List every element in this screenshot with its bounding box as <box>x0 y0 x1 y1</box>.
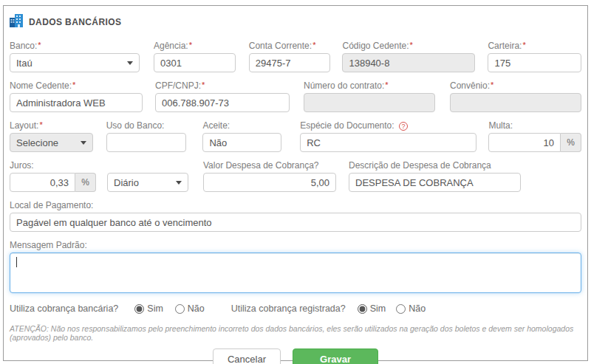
layout-label: Layout:* <box>10 120 93 131</box>
form-row-2: Nome Cedente:* CPF/CNPJ:* Número do cont… <box>8 80 583 112</box>
nome-cedente-label: Nome Cedente:* <box>10 80 143 91</box>
cobranca-bancaria-sim[interactable]: Sim <box>134 303 163 314</box>
field-mensagem-padrao: Mensagem Padrão: <box>10 240 581 293</box>
field-banco: Banco:* Itaú <box>10 41 140 72</box>
required-asterisk: * <box>312 41 315 49</box>
field-multa: Multa: % <box>488 120 581 152</box>
banco-select[interactable]: Itaú <box>10 53 140 72</box>
carteira-input[interactable] <box>488 53 581 72</box>
action-buttons: Cancelar Gravar <box>8 348 583 364</box>
aceite-input[interactable] <box>202 133 281 152</box>
required-asterisk: * <box>410 41 413 49</box>
mensagem-padrao-label: Mensagem Padrão: <box>10 240 581 250</box>
layout-select[interactable]: Selecione <box>10 133 93 152</box>
help-icon[interactable]: ? <box>399 122 408 131</box>
juros-periodo-label <box>107 160 188 171</box>
field-valor-despesa: Valor Despesa de Cobrança? <box>203 160 336 192</box>
uso-banco-label: Uso do Banco: <box>106 120 187 131</box>
required-asterisk: * <box>522 41 525 49</box>
conta-corrente-label: Conta Corrente:* <box>249 41 331 51</box>
codigo-cedente-label: Código Cedente:* <box>342 41 475 51</box>
field-local-pagamento: Local de Pagamento: <box>10 200 581 232</box>
multa-input-group: % <box>488 133 581 152</box>
cobranca-bancaria-question: Utiliza cobrança bancária? <box>10 303 118 314</box>
field-agencia: Agência:* <box>154 41 236 72</box>
field-aceite: Aceite: <box>202 120 281 152</box>
cobranca-registrada-nao[interactable]: Não <box>396 303 426 314</box>
multa-label: Multa: <box>488 120 581 131</box>
banco-selected-value: Itaú <box>16 58 33 69</box>
field-uso-banco: Uso do Banco: <box>106 120 187 152</box>
cobranca-bancaria-sim-radio[interactable] <box>134 304 144 314</box>
required-asterisk: * <box>39 120 42 129</box>
cpf-cnpj-label: CPF/CNPJ:* <box>155 80 290 91</box>
valor-despesa-input[interactable] <box>203 173 336 192</box>
field-especie-documento: Espécie do Documento: ? <box>300 120 476 152</box>
especie-documento-label: Espécie do Documento: ? <box>300 120 476 131</box>
juros-input-group: % <box>10 173 96 192</box>
uso-banco-input[interactable] <box>106 133 187 152</box>
chevron-down-icon <box>176 181 182 185</box>
cobranca-bancaria-nao-radio[interactable] <box>175 304 185 314</box>
convenio-input <box>450 93 581 112</box>
field-conta-corrente: Conta Corrente:* <box>249 41 331 72</box>
field-numero-contrato: Número do contrato:* <box>304 80 435 112</box>
buildings-icon <box>10 14 24 30</box>
cobranca-registrada-sim[interactable]: Sim <box>358 303 386 314</box>
required-asterisk: * <box>72 80 75 89</box>
conta-corrente-input[interactable] <box>249 53 331 72</box>
bank-data-panel: DADOS BANCÁRIOS Banco:* Itaú Agência:* C… <box>3 5 588 361</box>
layout-selected-value: Selecione <box>16 137 58 148</box>
text-cursor <box>16 257 17 267</box>
form-row-5: Local de Pagamento: <box>8 200 583 232</box>
juros-periodo-select[interactable]: Diário <box>107 173 188 192</box>
chevron-down-icon <box>127 61 133 65</box>
cpf-cnpj-input[interactable] <box>155 93 290 112</box>
save-button[interactable]: Gravar <box>293 348 378 364</box>
field-juros-periodo: Diário <box>107 160 188 192</box>
carteira-label: Carteira:* <box>488 41 581 51</box>
percent-addon: % <box>561 133 581 152</box>
agencia-label: Agência:* <box>154 41 236 51</box>
especie-documento-input[interactable] <box>300 133 476 152</box>
panel-header: DADOS BANCÁRIOS <box>8 11 583 30</box>
required-asterisk: * <box>202 80 205 89</box>
multa-input[interactable] <box>488 133 561 152</box>
codigo-cedente-input <box>342 53 475 72</box>
field-juros: Juros: % <box>10 160 96 192</box>
field-carteira: Carteira:* <box>488 41 581 72</box>
descricao-despesa-input[interactable] <box>349 173 521 192</box>
radio-row: Utiliza cobrança bancária? Sim Não Utili… <box>8 303 583 314</box>
cobranca-bancaria-nao[interactable]: Não <box>175 303 205 314</box>
cancel-button[interactable]: Cancelar <box>213 348 281 364</box>
form-row-3: Layout:* Selecione Uso do Banco: Aceite:… <box>8 120 583 152</box>
local-pagamento-label: Local de Pagamento: <box>10 200 581 210</box>
numero-contrato-input <box>304 93 435 112</box>
convenio-label: Convênio:* <box>450 80 581 91</box>
juros-label: Juros: <box>10 160 96 171</box>
required-asterisk: * <box>38 41 41 49</box>
field-descricao-despesa: Descrição de Despesa de Cobrança <box>349 160 521 192</box>
required-asterisk: * <box>491 80 493 89</box>
mensagem-padrao-textarea[interactable] <box>10 253 581 293</box>
field-convenio: Convênio:* <box>450 80 581 112</box>
form-row-1: Banco:* Itaú Agência:* Conta Corrente:* … <box>8 41 583 72</box>
agencia-input[interactable] <box>154 53 236 72</box>
nome-cedente-input[interactable] <box>10 93 143 112</box>
field-layout: Layout:* Selecione <box>10 120 93 152</box>
form-row-4: Juros: % Diário Valor Despesa de Cobranç… <box>8 160 583 192</box>
cobranca-registrada-question: Utiliza cobrança registrada? <box>231 303 346 314</box>
descricao-despesa-label: Descrição de Despesa de Cobrança <box>349 160 521 171</box>
cobranca-registrada-nao-radio[interactable] <box>396 304 406 314</box>
required-asterisk: * <box>189 41 192 49</box>
percent-addon: % <box>75 173 96 192</box>
valor-despesa-label: Valor Despesa de Cobrança? <box>203 160 336 171</box>
banco-label: Banco:* <box>10 41 140 51</box>
field-codigo-cedente: Código Cedente:* <box>342 41 475 72</box>
cobranca-registrada-sim-radio[interactable] <box>358 304 367 314</box>
field-cpf-cnpj: CPF/CNPJ:* <box>155 80 290 112</box>
local-pagamento-input[interactable] <box>10 213 581 232</box>
juros-input[interactable] <box>10 173 75 192</box>
juros-periodo-selected-value: Diário <box>114 177 139 188</box>
aceite-label: Aceite: <box>202 120 281 131</box>
